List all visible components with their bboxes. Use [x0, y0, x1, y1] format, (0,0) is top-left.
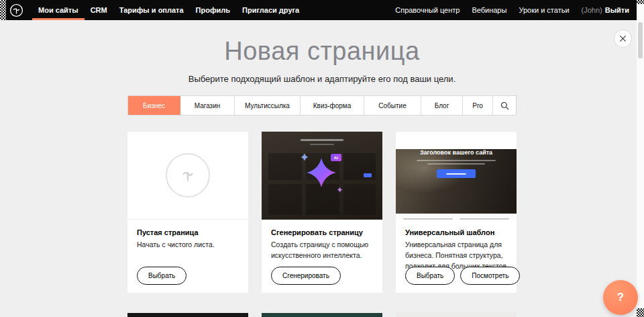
nav-my-sites[interactable]: Мои сайты	[32, 0, 85, 20]
help-label: ?	[617, 291, 624, 304]
preview-universal-button[interactable]: Посмотреть	[460, 267, 520, 285]
preview-text-section	[396, 214, 517, 220]
choose-universal-button[interactable]: Выбрать	[405, 267, 455, 285]
edge-pattern	[637, 0, 644, 4]
template-card-partial[interactable]	[127, 313, 248, 317]
tab-store[interactable]: Магазин	[180, 96, 235, 115]
card-title: Пустая страница	[137, 228, 239, 236]
tilda-logo-icon	[9, 3, 23, 17]
page-title: Новая страница	[0, 36, 644, 66]
template-card-universal: Заголовок вашего сайта	[396, 132, 517, 293]
edge-pattern	[637, 308, 644, 317]
tilda-app-window: Мои сайты CRM Тарифы и оплата Профиль Пр…	[0, 0, 644, 317]
generate-button[interactable]: Сгенерировать	[271, 267, 341, 285]
search-icon	[500, 101, 509, 110]
nav-profile[interactable]: Профиль	[190, 0, 236, 20]
scrollbar	[637, 0, 644, 317]
topbar-left-nav: Мои сайты CRM Тарифы и оплата Профиль Пр…	[32, 0, 305, 20]
template-card-blank: Пустая страница Начать с чистого листа. …	[127, 132, 248, 293]
preview-blue-chip	[364, 173, 372, 177]
small-sparkle-icon	[301, 153, 309, 161]
small-sparkle-icon	[337, 187, 343, 193]
template-cards-next-row	[127, 313, 517, 317]
nav-crm[interactable]: CRM	[85, 0, 113, 20]
card-description: Начать с чистого листа.	[137, 240, 239, 251]
blank-template-preview	[127, 132, 248, 220]
nav-invite-friend[interactable]: Пригласи друга	[236, 0, 305, 20]
edge-pattern	[0, 0, 6, 20]
tab-business[interactable]: Бизнес	[128, 96, 180, 115]
nav-webinars[interactable]: Вебинары	[466, 0, 513, 20]
close-icon	[619, 35, 627, 42]
card-description: Создать страницу с помощью искусственног…	[271, 240, 373, 261]
new-page-modal: Новая страница Выберите подходящий шабло…	[0, 20, 644, 317]
tab-multilink[interactable]: Мультиссылка	[235, 96, 301, 115]
preview-cta-button	[437, 169, 476, 178]
nav-help-center[interactable]: Справочный центр	[389, 0, 466, 20]
tab-pro[interactable]: Pro	[463, 96, 493, 115]
card-title: Универсальный шаблон	[405, 228, 507, 236]
ai-sparkle-icon	[306, 157, 337, 188]
card-title: Сгенерировать страницу	[271, 228, 373, 236]
template-cards-row: Пустая страница Начать с чистого листа. …	[127, 132, 517, 293]
nav-logout[interactable]: (John) Выйти	[576, 0, 632, 20]
nav-tariffs[interactable]: Тарифы и оплата	[113, 0, 190, 20]
choose-blank-button[interactable]: Выбрать	[137, 267, 186, 285]
tab-quiz-form[interactable]: Квиз-форма	[301, 96, 364, 115]
ai-template-preview-image: AI	[262, 132, 382, 220]
template-card-partial[interactable]	[396, 313, 517, 317]
user-name: (John)	[582, 6, 602, 14]
template-card-ai-generate: AI Сгенерировать страницу Создать страни…	[262, 132, 382, 293]
ai-badge: AI	[331, 154, 341, 161]
close-button[interactable]	[614, 30, 632, 48]
tilda-watermark-icon	[166, 153, 210, 197]
topbar-right-nav: Справочный центр Вебинары Уроки и статьи…	[389, 0, 644, 20]
universal-template-preview: Заголовок вашего сайта	[396, 132, 517, 220]
scrollbar-thumb[interactable]	[638, 22, 643, 58]
logout-label: Выйти	[605, 6, 629, 14]
template-card-partial[interactable]	[262, 313, 382, 317]
tilda-logo[interactable]	[9, 3, 23, 17]
help-button[interactable]: ?	[603, 280, 638, 315]
nav-lessons[interactable]: Уроки и статьи	[513, 0, 575, 20]
tab-search[interactable]	[493, 96, 516, 115]
preview-heading: Заголовок вашего сайта	[396, 149, 517, 156]
top-navigation-bar: Мои сайты CRM Тарифы и оплата Профиль Пр…	[0, 0, 644, 20]
tab-blog[interactable]: Блог	[421, 96, 463, 115]
template-category-tabs: Бизнес Магазин Мультиссылка Квиз-форма С…	[127, 95, 517, 116]
page-subtitle: Выберите подходящий шаблон и адаптируйте…	[0, 74, 644, 84]
tab-event[interactable]: Событие	[364, 96, 421, 115]
